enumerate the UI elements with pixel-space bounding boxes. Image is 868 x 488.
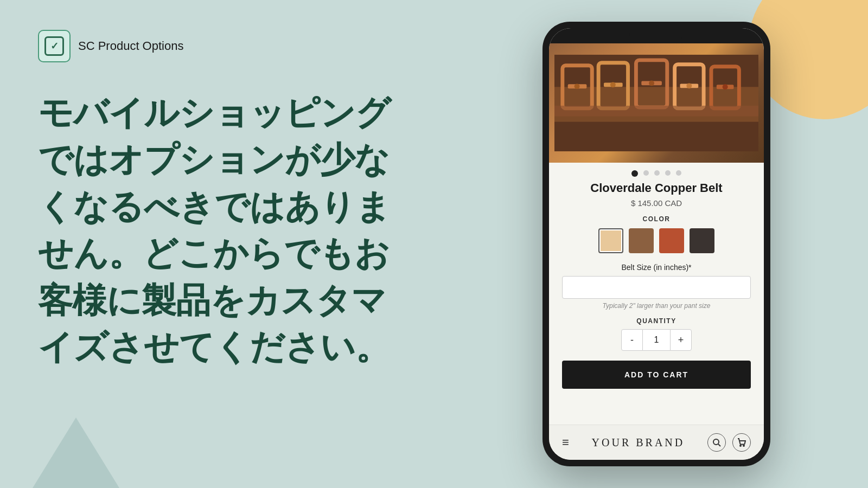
logo-icon: ✓	[38, 30, 71, 62]
quantity-plus-button[interactable]: +	[670, 329, 692, 351]
quantity-value: 1	[643, 329, 670, 351]
size-field-label: Belt Size (in inches)*	[562, 263, 751, 272]
quantity-minus-button[interactable]: -	[621, 329, 643, 351]
logo-area: ✓ SC Product Options	[38, 30, 407, 62]
carousel-dot-5[interactable]	[676, 170, 681, 176]
color-swatch-rust[interactable]	[659, 228, 684, 253]
phone-bottom-nav: ≡ YOUR BRAND	[549, 425, 764, 460]
notch-cutout	[629, 30, 684, 41]
phone-screen: Cloverdale Copper Belt $ 145.00 CAD COLO…	[549, 28, 764, 460]
search-icon[interactable]	[707, 433, 726, 452]
buckles-svg	[554, 54, 758, 152]
svg-point-7	[610, 82, 616, 87]
right-panel: Cloverdale Copper Belt $ 145.00 CAD COLO…	[445, 0, 868, 488]
copper-buckles	[549, 43, 764, 163]
quantity-control: - 1 +	[562, 329, 751, 351]
carousel-dot-3[interactable]	[654, 170, 660, 176]
product-name: Cloverdale Copper Belt	[562, 181, 751, 195]
svg-point-16	[723, 84, 728, 89]
svg-rect-1	[554, 87, 758, 121]
product-image	[549, 43, 764, 163]
quantity-label: QUANTITY	[562, 317, 751, 325]
svg-point-4	[575, 84, 580, 89]
svg-point-13	[686, 83, 692, 88]
carousel-dots	[549, 163, 764, 181]
color-swatch-cream[interactable]	[598, 228, 623, 253]
product-info: Cloverdale Copper Belt $ 145.00 CAD COLO…	[549, 181, 764, 425]
carousel-dot-2[interactable]	[643, 170, 649, 176]
size-hint: Typically 2" larger than your pant size	[562, 302, 751, 310]
svg-point-10	[649, 80, 654, 86]
hamburger-menu-icon[interactable]: ≡	[562, 435, 569, 450]
carousel-dot-4[interactable]	[665, 170, 671, 176]
add-to-cart-button[interactable]: ADD TO CART	[562, 361, 751, 389]
nav-icons	[707, 433, 751, 452]
carousel-dot-1[interactable]	[631, 170, 638, 177]
size-input[interactable]	[562, 276, 751, 299]
left-panel: ✓ SC Product Options モバイルショッピングではオプションが少…	[0, 0, 445, 488]
main-heading: モバイルショッピングではオプションが少なくなるべきではありません。どこからでもお…	[38, 89, 407, 370]
svg-rect-17	[554, 106, 758, 117]
brand-name: YOUR BRAND	[592, 436, 685, 449]
phone-notch	[549, 28, 764, 43]
svg-point-18	[713, 439, 719, 445]
svg-point-20	[740, 445, 741, 446]
color-section-label: COLOR	[562, 215, 751, 223]
color-swatches	[562, 228, 751, 253]
logo-icon-inner: ✓	[44, 36, 64, 56]
logo-text: SC Product Options	[78, 39, 183, 53]
logo-checkmark: ✓	[50, 40, 59, 52]
phone-mockup: Cloverdale Copper Belt $ 145.00 CAD COLO…	[542, 22, 770, 466]
product-price: $ 145.00 CAD	[562, 198, 751, 208]
cart-icon[interactable]	[732, 433, 751, 452]
heading-text: モバイルショッピングではオプションが少なくなるべきではありません。どこからでもお…	[38, 93, 391, 367]
svg-line-19	[718, 444, 720, 446]
svg-point-21	[743, 445, 744, 446]
color-swatch-brown[interactable]	[629, 228, 654, 253]
color-swatch-dark[interactable]	[690, 228, 714, 253]
